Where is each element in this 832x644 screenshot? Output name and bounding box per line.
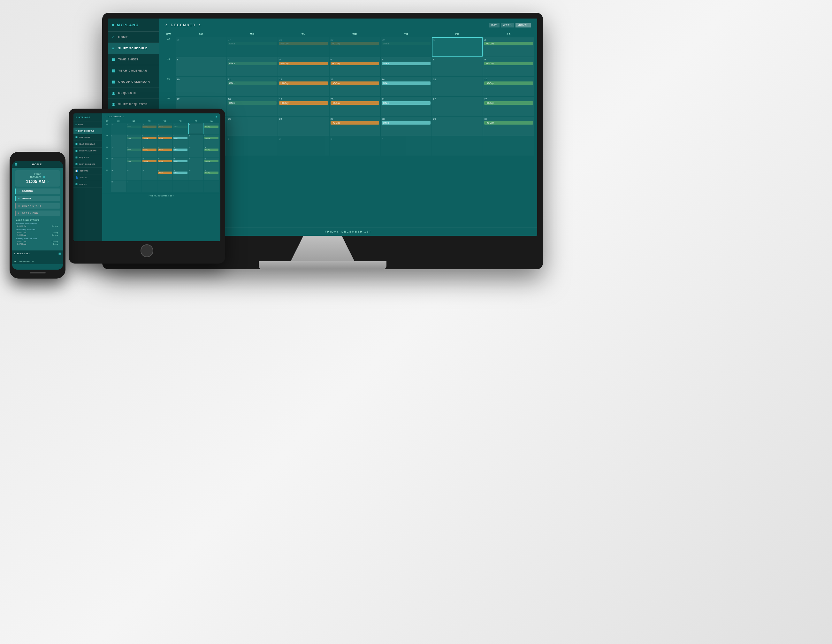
day-22-dec[interactable]: 22 bbox=[432, 97, 483, 116]
day-1-jan[interactable]: 1 bbox=[227, 136, 278, 155]
day-2-dec[interactable]: 2HO-Day bbox=[483, 37, 534, 56]
day-9-dec[interactable]: 9HO-Day bbox=[483, 57, 534, 76]
day-3-dec[interactable]: 3 bbox=[176, 57, 226, 76]
day-5-dec[interactable]: 5HO-Day bbox=[278, 57, 329, 76]
view-day-btn[interactable]: DAY bbox=[489, 23, 499, 27]
day-3-jan[interactable]: 3 bbox=[330, 136, 381, 155]
sidebar-item-requests[interactable]: ◫ REQUESTS bbox=[108, 88, 159, 99]
day-12-dec[interactable]: 12HO-Day bbox=[278, 77, 329, 96]
t-d6-jan[interactable] bbox=[204, 181, 219, 192]
t-d15[interactable]: 15 bbox=[189, 146, 204, 157]
t-d30-dec[interactable]: 30HO-Day bbox=[204, 169, 219, 180]
day-13-dec[interactable]: 13HO-Day bbox=[330, 77, 381, 96]
sidebar-item-group-calendar[interactable]: ▦ GROUP CALENDAR bbox=[108, 76, 159, 88]
day-1-dec[interactable]: 1 bbox=[432, 37, 483, 56]
day-16-dec[interactable]: 16HO-Day bbox=[483, 77, 534, 96]
tablet-home-button[interactable] bbox=[141, 244, 153, 257]
t-d24[interactable]: 24 bbox=[111, 169, 126, 180]
t-d7[interactable]: 7Office bbox=[173, 135, 188, 146]
t-d17[interactable]: 17 bbox=[111, 157, 126, 169]
tablet-sidebar-shift-schedule[interactable]: ≡ SHIFT SCHEDULE bbox=[74, 128, 102, 134]
day-29-nov[interactable]: 29HO-Day bbox=[330, 37, 381, 56]
t-d2-dec[interactable]: 2HO-Day bbox=[204, 123, 219, 134]
day-30-dec[interactable]: 30HO-Day bbox=[483, 117, 534, 136]
tablet-sidebar-logout[interactable]: ◫ LOG OUT bbox=[74, 181, 102, 188]
t-d28-dec[interactable]: 28Office bbox=[173, 169, 188, 180]
day-26-dec[interactable]: 26 bbox=[278, 117, 329, 136]
phone-menu-icon[interactable]: ☰ bbox=[15, 163, 18, 166]
t-d5[interactable]: 5HO-Day bbox=[142, 135, 157, 146]
sidebar-item-home[interactable]: ⌂ HOME bbox=[108, 32, 159, 43]
sidebar-item-year-calendar[interactable]: ▦ YEAR CALENDAR bbox=[108, 65, 159, 76]
day-14-dec[interactable]: 14Office bbox=[381, 77, 432, 96]
t-d29-dec[interactable]: 29 bbox=[189, 169, 204, 180]
tablet-sidebar-home[interactable]: ⌂ HOME bbox=[74, 122, 102, 128]
day-28-dec[interactable]: 28Office bbox=[381, 117, 432, 136]
day-11-dec[interactable]: 11Office bbox=[227, 77, 278, 96]
tablet-next-btn[interactable]: › bbox=[123, 115, 124, 117]
t-d19[interactable]: 19HO-Day bbox=[142, 157, 157, 169]
t-d8[interactable]: 8 bbox=[189, 135, 204, 146]
t-d11[interactable]: 11Office bbox=[126, 146, 142, 157]
t-d10[interactable]: 10 bbox=[111, 146, 126, 157]
t-d21[interactable]: 21Office bbox=[173, 157, 188, 169]
day-27-nov[interactable]: 27Office bbox=[227, 37, 278, 56]
day-29-dec[interactable]: 29 bbox=[432, 117, 483, 136]
tablet-sidebar-requests[interactable]: ◫ REQUESTS bbox=[74, 154, 102, 161]
day-23-dec[interactable]: 23HO-Day bbox=[483, 97, 534, 116]
tablet-sidebar-reports[interactable]: 📊 REPORTS bbox=[74, 168, 102, 175]
t-d27-dec[interactable]: 27HO-Day bbox=[157, 169, 173, 180]
day-26-nov[interactable]: 26 bbox=[176, 37, 226, 56]
t-d6[interactable]: 6HO-Day bbox=[157, 135, 173, 146]
phone-action-break-end[interactable]: ⏵ BREAK END bbox=[15, 210, 60, 216]
day-28-nov[interactable]: 28HO-Day bbox=[278, 37, 329, 56]
t-d14[interactable]: 14Office bbox=[173, 146, 188, 157]
t-d31[interactable]: 31 bbox=[111, 181, 126, 192]
t-d3-jan[interactable] bbox=[157, 181, 173, 192]
t-d25[interactable]: 25 bbox=[126, 169, 142, 180]
t-d2-jan[interactable] bbox=[142, 181, 157, 192]
t-d23[interactable]: 23HO-Day bbox=[204, 157, 219, 169]
day-4-dec[interactable]: 4Office bbox=[227, 57, 278, 76]
t-d20[interactable]: 20HO-Day bbox=[157, 157, 173, 169]
t-d13[interactable]: 13HO-Day bbox=[157, 146, 173, 157]
t-d26-nov[interactable]: 26 bbox=[111, 123, 126, 134]
day-20-dec[interactable]: 20HO-Day bbox=[330, 97, 381, 116]
day-6-jan[interactable] bbox=[483, 136, 534, 155]
phone-action-break-start[interactable]: ⏸ BREAK START bbox=[15, 203, 60, 208]
view-week-btn[interactable]: WEEK bbox=[501, 23, 514, 27]
day-8-dec[interactable]: 8 bbox=[432, 57, 483, 76]
day-25-dec[interactable]: 25 bbox=[227, 117, 278, 136]
t-d4-jan[interactable] bbox=[173, 181, 188, 192]
phone-action-going[interactable]: ← GOING bbox=[15, 196, 60, 201]
phone-action-coming[interactable]: → COMING bbox=[15, 189, 60, 194]
day-19-dec[interactable]: 19HO-Day bbox=[278, 97, 329, 116]
t-d1-jan[interactable]: 1 bbox=[126, 181, 142, 192]
tablet-sidebar-group-cal[interactable]: ▦ GROUP CALENDAR bbox=[74, 147, 102, 154]
view-month-btn[interactable]: MONTH bbox=[515, 23, 531, 27]
t-d27-nov[interactable]: 27Office bbox=[126, 123, 142, 134]
day-18-dec[interactable]: 18Office bbox=[227, 97, 278, 116]
day-15-dec[interactable]: 15 bbox=[432, 77, 483, 96]
day-21-dec[interactable]: 21Office bbox=[381, 97, 432, 116]
t-d16[interactable]: 16HO-Day bbox=[204, 146, 219, 157]
t-d29-nov[interactable]: 29HO-Day bbox=[157, 123, 173, 134]
day-10-dec[interactable]: 10 bbox=[176, 77, 226, 96]
tablet-prev-btn[interactable]: ‹ bbox=[105, 115, 106, 117]
day-6-dec[interactable]: 6HO-Day bbox=[330, 57, 381, 76]
t-d1-dec[interactable]: 1 bbox=[189, 123, 204, 134]
t-d9[interactable]: 9HO-Day bbox=[204, 135, 219, 146]
t-d4[interactable]: 4Office bbox=[126, 135, 142, 146]
tablet-sidebar-profile[interactable]: 👤 PROFILE bbox=[74, 175, 102, 181]
t-d28-nov[interactable]: 28HO-Day bbox=[142, 123, 157, 134]
sidebar-item-shift-requests[interactable]: ◫ SHIFT REQUESTS bbox=[108, 99, 159, 110]
sidebar-item-time-sheet[interactable]: ▦ TIME SHEET bbox=[108, 54, 159, 65]
t-d22[interactable]: 22 bbox=[189, 157, 204, 169]
tablet-sidebar-time-sheet[interactable]: ▦ TIME SHEET bbox=[74, 134, 102, 141]
t-d5-jan[interactable] bbox=[189, 181, 204, 192]
day-30-nov[interactable]: 30Office bbox=[381, 37, 432, 56]
tablet-sidebar-shift-requests[interactable]: ◫ SHIFT REQUESTS bbox=[74, 161, 102, 168]
t-d3[interactable]: 3 bbox=[111, 135, 126, 146]
day-2-jan[interactable]: 2 bbox=[278, 136, 329, 155]
prev-month-btn[interactable]: ‹ bbox=[165, 22, 168, 27]
